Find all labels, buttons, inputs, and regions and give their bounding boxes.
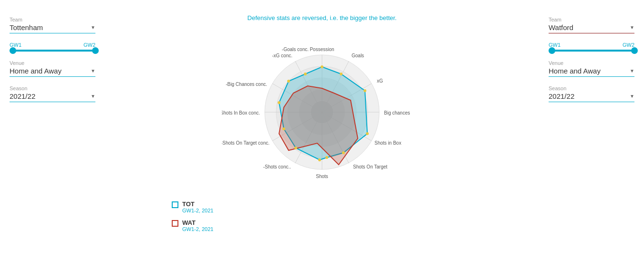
svg-point-28 bbox=[278, 101, 280, 104]
svg-text:-xG conc.: -xG conc. bbox=[272, 53, 292, 58]
svg-text:-Shots In Box conc.: -Shots In Box conc. bbox=[222, 110, 260, 116]
left-season-value: 2021/22 bbox=[10, 92, 35, 100]
svg-point-25 bbox=[318, 158, 321, 161]
right-venue-value: Home and Away bbox=[549, 67, 601, 75]
left-venue-select[interactable]: Venue Home and Away ▼ bbox=[10, 60, 95, 77]
wat-legend-text: WAT GW1-2, 2021 bbox=[182, 219, 213, 232]
left-team-arrow-icon: ▼ bbox=[91, 25, 95, 30]
right-range-track[interactable] bbox=[549, 50, 634, 52]
tot-team-code: TOT bbox=[182, 200, 213, 208]
right-range-container: GW1 GW2 bbox=[549, 42, 634, 52]
left-venue-arrow-icon: ▼ bbox=[91, 68, 95, 74]
left-team-select[interactable]: Team Tottenham ▼ bbox=[10, 17, 95, 33]
right-venue-select[interactable]: Venue Home and Away ▼ bbox=[549, 60, 634, 77]
radar-chart: Possession Goals xG Big chances Shots in… bbox=[222, 29, 422, 191]
left-team-value: Tottenham bbox=[10, 23, 43, 32]
left-venue-value: Home and Away bbox=[10, 67, 62, 75]
svg-text:Possession: Possession bbox=[310, 47, 334, 52]
right-season-arrow-icon: ▼ bbox=[630, 94, 634, 99]
wat-legend-gw: GW1-2, 2021 bbox=[182, 226, 213, 232]
right-range-thumb-left[interactable] bbox=[549, 47, 555, 54]
right-season-select[interactable]: Season 2021/22 ▼ bbox=[549, 85, 634, 102]
left-season-arrow-icon: ▼ bbox=[91, 94, 95, 99]
left-panel: Team Tottenham ▼ GW1 GW2 Venue Home and … bbox=[0, 10, 105, 253]
left-gw2-label: GW2 bbox=[83, 42, 95, 48]
svg-point-24 bbox=[325, 156, 328, 159]
svg-text:Shots: Shots bbox=[316, 174, 328, 179]
svg-point-23 bbox=[342, 151, 345, 154]
right-range-thumb-right[interactable] bbox=[631, 47, 638, 54]
wat-legend-box bbox=[172, 220, 178, 227]
right-team-arrow-icon: ▼ bbox=[630, 25, 634, 30]
tot-legend-box bbox=[172, 201, 178, 208]
left-range-thumb-right[interactable] bbox=[92, 47, 99, 54]
legend-container: TOT GW1-2, 2021 WAT GW1-2, 2021 bbox=[114, 200, 530, 238]
right-team-value: Watford bbox=[549, 23, 573, 32]
legend-item-wat: WAT GW1-2, 2021 bbox=[172, 219, 213, 232]
left-range-thumb-left[interactable] bbox=[10, 47, 16, 54]
svg-text:-Goals conc.: -Goals conc. bbox=[282, 47, 309, 52]
subtitle-text: Defensive stats are reversed, i.e. the b… bbox=[248, 14, 397, 21]
right-season-value: 2021/22 bbox=[549, 92, 574, 100]
left-season-select[interactable]: Season 2021/22 ▼ bbox=[10, 85, 95, 102]
svg-text:-Big Chances conc.: -Big Chances conc. bbox=[226, 82, 267, 87]
right-venue-arrow-icon: ▼ bbox=[630, 68, 634, 74]
svg-point-21 bbox=[364, 89, 366, 92]
right-team-label: Team bbox=[549, 17, 634, 22]
svg-text:Shots in Box: Shots in Box bbox=[374, 140, 401, 146]
svg-point-26 bbox=[294, 147, 297, 149]
right-team-select[interactable]: Team Watford ▼ bbox=[549, 17, 634, 33]
svg-point-27 bbox=[282, 127, 285, 130]
left-venue-label: Venue bbox=[10, 60, 95, 66]
tot-legend-gw: GW1-2, 2021 bbox=[182, 208, 213, 213]
right-gw1-label: GW1 bbox=[549, 42, 561, 48]
svg-text:-Shots conc..: -Shots conc.. bbox=[263, 164, 291, 169]
right-panel: Team Watford ▼ GW1 GW2 Venue Home and Aw… bbox=[539, 10, 644, 253]
svg-point-19 bbox=[321, 65, 323, 68]
left-range-container: GW1 GW2 bbox=[10, 42, 95, 52]
wat-team-code: WAT bbox=[182, 219, 213, 226]
svg-point-29 bbox=[287, 80, 290, 83]
legend-item-tot: TOT GW1-2, 2021 bbox=[172, 200, 213, 213]
right-gw2-label: GW2 bbox=[623, 42, 634, 48]
right-venue-label: Venue bbox=[549, 60, 634, 66]
svg-text:xG: xG bbox=[377, 78, 383, 84]
svg-text:Shots On Target: Shots On Target bbox=[353, 164, 387, 169]
svg-point-30 bbox=[304, 73, 307, 75]
svg-text:-Shots On Target conc.: -Shots On Target conc. bbox=[222, 140, 270, 146]
left-gw1-label: GW1 bbox=[10, 42, 21, 48]
tot-legend-text: TOT GW1-2, 2021 bbox=[182, 200, 213, 213]
svg-text:Goals: Goals bbox=[352, 53, 364, 58]
center-panel: Defensive stats are reversed, i.e. the b… bbox=[105, 10, 539, 253]
svg-text:Big chances: Big chances bbox=[384, 110, 410, 116]
left-team-label: Team bbox=[10, 17, 95, 22]
svg-point-22 bbox=[366, 132, 369, 135]
left-range-track[interactable] bbox=[10, 50, 95, 52]
left-season-label: Season bbox=[10, 85, 95, 91]
right-season-label: Season bbox=[549, 85, 634, 91]
svg-point-20 bbox=[340, 73, 343, 75]
